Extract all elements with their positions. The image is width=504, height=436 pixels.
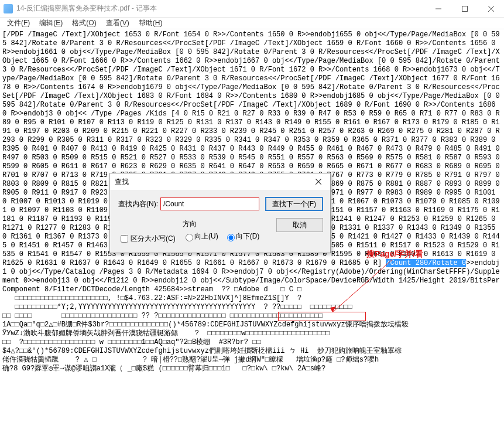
direction-up-radio[interactable] bbox=[186, 234, 193, 241]
body-text-post: >>endobj1 0 obj<</Type/Catalog /Pages 3 … bbox=[2, 259, 500, 373]
maximize-icon bbox=[462, 6, 468, 12]
match-case-input[interactable] bbox=[121, 235, 128, 243]
notepad-icon bbox=[4, 4, 13, 13]
find-dialog-body: 查找内容(N): 查找下一个(F) 区分大小写(C) 方向 向上(U) 向下(D… bbox=[110, 190, 330, 253]
match-case-checkbox[interactable]: 区分大小写(C) bbox=[118, 233, 183, 244]
svg-rect-1 bbox=[462, 6, 467, 12]
direction-up-option[interactable]: 向上(U) bbox=[183, 231, 218, 241]
menu-help[interactable]: 帮助(H) bbox=[134, 17, 167, 29]
window-controls bbox=[425, 0, 504, 18]
minimize-icon bbox=[436, 6, 441, 12]
selected-text: /Count 280/Rotate 0 bbox=[386, 259, 466, 267]
maximize-button[interactable] bbox=[451, 0, 478, 18]
find-what-label: 查找内容(N): bbox=[118, 199, 158, 209]
direction-down-radio[interactable] bbox=[227, 234, 235, 241]
direction-down-option[interactable]: 向下(D) bbox=[224, 231, 260, 241]
close-button[interactable] bbox=[478, 0, 504, 18]
find-dialog-title: 查找 bbox=[115, 177, 129, 187]
find-next-button[interactable]: 查找下一个(F) bbox=[265, 197, 323, 211]
menu-view[interactable]: 查看(V) bbox=[101, 17, 134, 29]
find-input[interactable] bbox=[160, 197, 259, 210]
menu-file[interactable]: 文件(F) bbox=[2, 17, 35, 29]
find-dialog-titlebar[interactable]: 查找 bbox=[110, 173, 330, 190]
window-titlebar: 14-反汇编揭密黑客免杀变种技术.pdf - 记事本 bbox=[0, 0, 504, 18]
direction-label: 方向 bbox=[183, 219, 270, 229]
close-icon bbox=[316, 179, 321, 185]
find-dialog: 查找 查找内容(N): 查找下一个(F) 区分大小写(C) 方向 向上(U) 向… bbox=[109, 173, 331, 253]
close-icon bbox=[488, 6, 494, 12]
minimize-button[interactable] bbox=[425, 0, 451, 18]
menu-edit[interactable]: 编辑(E) bbox=[35, 17, 67, 29]
menubar: 文件(F) 编辑(E) 格式(O) 查看(V) 帮助(H) bbox=[0, 18, 504, 29]
window-title: 14-反汇编揭密黑客免杀变种技术.pdf - 记事本 bbox=[16, 4, 157, 13]
direction-group: 方向 向上(U) 向下(D) bbox=[183, 217, 270, 241]
menu-format[interactable]: 格式(O) bbox=[67, 17, 101, 29]
cancel-button[interactable]: 取消 bbox=[276, 218, 323, 232]
find-dialog-close-button[interactable] bbox=[311, 176, 325, 188]
match-case-label: 区分大小写(C) bbox=[131, 234, 176, 244]
